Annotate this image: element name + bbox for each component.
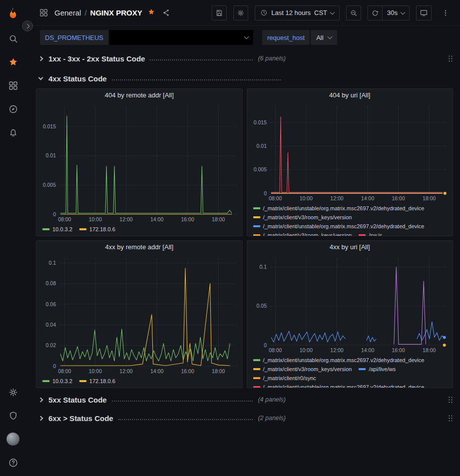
legend-swatch xyxy=(253,216,260,218)
legend-label: 10.0.3.2 xyxy=(52,225,72,233)
legend-item[interactable]: /_matrix/client/v3/room_keys/version xyxy=(253,231,352,236)
legend-label: /_matrix/client/unstable/org.matrix.msc2… xyxy=(263,204,425,212)
svg-text:10:00: 10:00 xyxy=(299,347,312,353)
grafana-logo[interactable] xyxy=(0,0,26,26)
legend-item[interactable]: /_matrix/client/v3/room_keys/version xyxy=(253,365,352,373)
time-series-chart[interactable]: 00.0050.010.01508:0010:0012:0014:0016:00… xyxy=(247,102,453,202)
time-series-chart[interactable]: 00.020.040.060.080.108:0010:0012:0014:00… xyxy=(36,254,242,375)
legend-item[interactable]: /_matrix/client/v3/room_keys/version xyxy=(253,213,352,221)
sidebar-item-dashboards[interactable] xyxy=(2,76,24,95)
legend-item[interactable]: /_matrix/client/unstable/org.matrix.msc2… xyxy=(253,204,425,212)
request-host-select[interactable]: All xyxy=(311,30,337,45)
page-title: NGINX PROXY xyxy=(90,8,142,17)
chart-canvas: 00.0050.010.01508:0010:0012:0014:0016:00… xyxy=(36,102,242,223)
legend-item[interactable]: /_matrix/client/r0/sync xyxy=(253,374,316,382)
svg-text:0.05: 0.05 xyxy=(256,303,267,309)
chevron-down-icon xyxy=(244,34,249,39)
kebab-menu-button[interactable] xyxy=(438,5,453,20)
save-dashboard-button[interactable] xyxy=(212,5,227,20)
legend-item[interactable]: /_matrix/client/unstable/org.matrix.msc2… xyxy=(253,383,425,388)
row-drag-handle[interactable] xyxy=(448,396,453,404)
search-icon xyxy=(8,33,18,44)
grafana-flame-icon xyxy=(6,6,19,19)
panel-404-by-remote-addr: 404 by remote addr [All] 00.0050.010.015… xyxy=(36,88,243,236)
panel-title[interactable]: 4xx by uri [All] xyxy=(247,241,453,254)
sidebar-item-explore[interactable] xyxy=(2,99,24,118)
row-drag-handle[interactable] xyxy=(448,54,453,62)
kebab-menu-icon xyxy=(442,9,450,17)
dashboard-row-6xx[interactable]: 6xx > Status Code (2 panels) xyxy=(36,411,453,425)
sidebar-item-profile[interactable] xyxy=(2,430,24,449)
dotted-leader xyxy=(112,79,281,80)
legend-label: 10.0.3.2 xyxy=(52,377,72,385)
sidebar-item-help[interactable] xyxy=(2,453,24,472)
legend-item[interactable]: /_matrix/client/unstable/org.matrix.msc2… xyxy=(253,222,425,230)
panel-title[interactable]: 404 by uri [All] xyxy=(247,89,453,102)
svg-text:14:00: 14:00 xyxy=(361,195,374,201)
legend-label: 172.18.0.6 xyxy=(89,377,115,385)
legend-label: /sw.js xyxy=(369,231,382,236)
legend-item[interactable]: 172.18.0.6 xyxy=(79,377,115,385)
panel-title[interactable]: 4xx by remote addr [All] xyxy=(36,241,242,254)
legend-item[interactable]: /sw.js xyxy=(359,231,382,236)
dashboard-settings-button[interactable] xyxy=(233,5,248,20)
svg-text:08:00: 08:00 xyxy=(269,195,282,201)
legend-item[interactable]: 10.0.3.2 xyxy=(42,225,72,233)
row-panel-count: (2 panels) xyxy=(258,415,286,422)
dashboard-row-1xx-3xx-2xx[interactable]: 1xx - 3xx - 2xx Status Code (6 panels) xyxy=(36,51,453,65)
legend-item[interactable]: /_matrix/client/unstable/org.matrix.msc2… xyxy=(253,356,425,364)
panel-legend: /_matrix/client/unstable/org.matrix.msc2… xyxy=(247,354,453,388)
datasource-variable: DS_PROMETHEUS xyxy=(40,30,253,45)
svg-text:0.04: 0.04 xyxy=(46,322,56,328)
sidebar-item-starred[interactable] xyxy=(2,52,24,71)
refresh-interval-select[interactable]: 30s xyxy=(383,5,410,20)
svg-text:0.01: 0.01 xyxy=(46,152,56,158)
row-panel-count: (4 panels) xyxy=(258,396,286,403)
shield-icon xyxy=(8,411,18,421)
legend-item[interactable]: 10.0.3.2 xyxy=(42,377,72,385)
legend-label: /_matrix/client/v3/room_keys/version xyxy=(263,365,352,373)
time-series-chart[interactable]: 00.0050.010.01508:0010:0012:0014:0016:00… xyxy=(36,102,242,223)
sidebar-item-server-admin[interactable] xyxy=(2,406,24,425)
time-series-chart[interactable]: 00.050.108:0010:0012:0014:0016:0018:00 xyxy=(247,254,453,354)
request-host-variable: request_host All xyxy=(262,30,337,45)
refresh-button[interactable] xyxy=(368,5,383,20)
favorite-star-button[interactable] xyxy=(147,8,155,17)
legend-swatch xyxy=(253,359,260,361)
request-host-label: request_host xyxy=(262,30,310,45)
sidebar-item-search[interactable] xyxy=(2,29,24,48)
sidebar-item-alerting[interactable] xyxy=(2,123,24,142)
dashboard-row-5xx[interactable]: 5xx Status Code (4 panels) xyxy=(36,393,453,407)
svg-text:0.1: 0.1 xyxy=(48,260,56,266)
legend-swatch xyxy=(253,234,260,236)
svg-text:16:00: 16:00 xyxy=(392,347,405,353)
request-host-value: All xyxy=(316,34,323,41)
panel-title[interactable]: 404 by remote addr [All] xyxy=(36,89,242,102)
svg-text:0: 0 xyxy=(264,190,267,196)
zoom-out-time-button[interactable] xyxy=(346,5,361,20)
svg-text:0.015: 0.015 xyxy=(43,123,56,129)
tv-mode-button[interactable] xyxy=(416,5,432,20)
row-drag-handle[interactable] xyxy=(448,414,453,422)
sidebar-expand-button[interactable] xyxy=(22,20,33,31)
dashboard-row-4xx[interactable]: 4xx Status Code xyxy=(36,71,453,85)
chevron-right-icon xyxy=(38,416,43,421)
legend-item[interactable]: /api/live/ws xyxy=(359,365,396,373)
breadcrumb-section[interactable]: General xyxy=(54,8,81,17)
datasource-select[interactable] xyxy=(109,30,253,45)
panel-legend: 10.0.3.2172.18.0.6 xyxy=(36,223,242,236)
svg-text:14:00: 14:00 xyxy=(361,347,374,353)
svg-text:0: 0 xyxy=(53,211,56,217)
svg-text:18:00: 18:00 xyxy=(423,195,436,201)
sidebar-item-configuration[interactable] xyxy=(2,383,24,402)
main-area: General / NGINX PROXY Last 12 hours CST xyxy=(26,0,460,425)
svg-text:14:00: 14:00 xyxy=(150,368,163,374)
svg-text:08:00: 08:00 xyxy=(58,216,71,222)
row-title: 5xx Status Code xyxy=(48,396,107,404)
share-button[interactable] xyxy=(162,8,170,17)
time-range-picker[interactable]: Last 12 hours CST xyxy=(255,5,340,20)
svg-text:10:00: 10:00 xyxy=(89,216,102,222)
legend-item[interactable]: 172.18.0.6 xyxy=(79,225,115,233)
svg-text:0.08: 0.08 xyxy=(46,280,56,286)
topbar: General / NGINX PROXY Last 12 hours CST xyxy=(26,0,460,26)
